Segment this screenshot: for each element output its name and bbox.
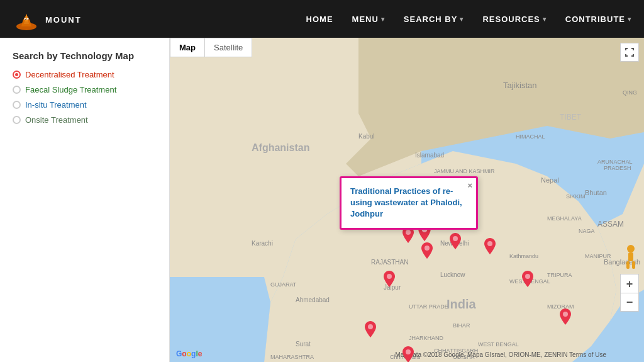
svg-text:Lucknow: Lucknow [440, 271, 465, 278]
filter-onsite[interactable]: Onsite Treatment [13, 115, 157, 125]
fullscreen-icon [625, 47, 635, 57]
svg-text:Karachi: Karachi [252, 240, 273, 247]
svg-text:GUJARAT: GUJARAT [270, 281, 297, 288]
svg-text:Kathmandu: Kathmandu [509, 253, 538, 259]
map-pin-gujarat[interactable] [384, 271, 395, 287]
logo-area[interactable]: MOUNT [13, 5, 82, 33]
popup-title: Traditional Practices of re-using wastew… [350, 186, 467, 220]
svg-text:Nepal: Nepal [541, 176, 559, 184]
tab-satellite[interactable]: Satellite [204, 38, 252, 57]
svg-text:WEST BENGAL: WEST BENGAL [478, 341, 519, 348]
filter-insitu[interactable]: In-situ Treatment [13, 100, 157, 110]
header: MOUNT HOME MENU ▾ SEARCH BY ▾ RESOURCES … [0, 0, 644, 38]
svg-point-50 [387, 274, 392, 279]
filter-decentralised[interactable]: Decentralised Treatment [13, 70, 157, 79]
logo-icon [13, 5, 40, 33]
nav-home[interactable]: HOME [306, 14, 333, 24]
pegman-icon[interactable] [623, 244, 638, 274]
svg-rect-57 [628, 252, 633, 261]
main-nav: HOME MENU ▾ SEARCH BY ▾ RESOURCES ▾ CONT… [306, 14, 631, 24]
svg-point-4 [25, 19, 26, 20]
svg-text:ASSAM: ASSAM [597, 220, 624, 229]
map-pin-bengal[interactable] [522, 271, 533, 287]
svg-text:Bhutan: Bhutan [585, 189, 607, 196]
svg-point-53 [563, 312, 568, 317]
filter-label-onsite: Onsite Treatment [25, 115, 88, 125]
map-container[interactable]: Afghanistan India Tajikistan Nepal Bhuta… [170, 38, 644, 362]
svg-point-49 [487, 241, 492, 246]
filter-label-insitu: In-situ Treatment [25, 100, 87, 110]
svg-text:Kabul: Kabul [358, 133, 375, 140]
svg-text:HIMACHAL: HIMACHAL [516, 133, 545, 140]
svg-point-47 [453, 236, 458, 241]
filter-faecal[interactable]: Faecal Sludge Treatment [13, 85, 157, 94]
svg-point-3 [27, 18, 29, 20]
svg-point-51 [525, 274, 530, 279]
map-controls: + − [620, 274, 639, 312]
svg-text:QING: QING [623, 89, 637, 96]
svg-point-54 [406, 349, 411, 354]
menu-chevron-icon: ▾ [381, 16, 385, 23]
svg-text:TRIPURA: TRIPURA [547, 272, 572, 278]
zoom-in-button[interactable]: + [620, 274, 639, 293]
map-popup: × Traditional Practices of re-using wast… [340, 176, 478, 230]
svg-point-5 [28, 19, 28, 20]
svg-rect-59 [632, 261, 635, 269]
svg-text:Islamabad: Islamabad [415, 152, 444, 159]
svg-point-46 [406, 230, 411, 235]
svg-text:Ahmedabad: Ahmedabad [296, 297, 330, 303]
svg-point-56 [627, 245, 635, 252]
svg-text:UTTAR PRADE: UTTAR PRADE [409, 303, 448, 310]
svg-text:Afghanistan: Afghanistan [252, 142, 309, 153]
svg-text:India: India [447, 297, 477, 311]
popup-close-button[interactable]: × [467, 181, 472, 190]
svg-text:Surat: Surat [296, 341, 311, 348]
filter-label-faecal: Faecal Sludge Treatment [25, 85, 116, 94]
map-pin-south[interactable] [402, 346, 414, 362]
sidebar: Search by Technology Map Decentralised T… [0, 38, 170, 362]
tab-map[interactable]: Map [170, 38, 204, 57]
zoom-out-button[interactable]: − [620, 293, 639, 312]
radio-decentralised[interactable] [13, 71, 21, 79]
svg-text:MEGHALAYA: MEGHALAYA [547, 215, 582, 222]
svg-rect-58 [626, 261, 630, 269]
map-pin-rajasthan[interactable] [421, 242, 433, 259]
svg-text:MAHARASHTRA: MAHARASHTRA [270, 354, 314, 360]
svg-text:NAGA: NAGA [579, 228, 595, 234]
logo-text: MOUNT [45, 15, 82, 25]
nav-search-by[interactable]: SEARCH BY ▾ [404, 14, 464, 24]
main-container: Search by Technology Map Decentralised T… [0, 38, 644, 362]
svg-point-2 [25, 18, 26, 20]
radio-insitu[interactable] [13, 101, 21, 109]
svg-text:BIHAR: BIHAR [453, 322, 470, 329]
map-tabs: Map Satellite [170, 38, 252, 57]
nav-menu[interactable]: MENU ▾ [352, 14, 385, 24]
svg-text:JHARKHAND: JHARKHAND [409, 335, 444, 341]
sidebar-title: Search by Technology Map [13, 50, 157, 61]
svg-text:ARUNACHAL: ARUNACHAL [597, 159, 633, 165]
filter-label-decentralised: Decentralised Treatment [25, 70, 114, 79]
map-pin-delhi[interactable] [450, 233, 461, 249]
contribute-chevron-icon: ▾ [628, 16, 631, 23]
resources-chevron-icon: ▾ [543, 16, 547, 23]
svg-text:MANIPUR: MANIPUR [585, 253, 611, 259]
map-pin-odisha[interactable] [560, 308, 571, 325]
radio-onsite[interactable] [13, 116, 21, 124]
svg-text:TIBET: TIBET [560, 113, 582, 122]
nav-resources[interactable]: RESOURCES ▾ [482, 14, 546, 24]
svg-text:PRADESH: PRADESH [604, 165, 631, 171]
google-watermark: Google [176, 349, 202, 358]
svg-text:SIKKIM: SIKKIM [566, 193, 586, 200]
nav-contribute[interactable]: CONTRIBUTE ▾ [565, 14, 631, 24]
svg-point-48 [425, 246, 430, 251]
search-by-chevron-icon: ▾ [460, 16, 464, 23]
svg-text:JAMMU AND KASHMIR: JAMMU AND KASHMIR [434, 168, 495, 174]
radio-faecal[interactable] [13, 86, 21, 94]
map-attribution: Map data ©2018 Google, Mapa GIsrael, ORI… [395, 351, 606, 358]
map-pin-maharashtra[interactable] [365, 321, 376, 337]
svg-point-52 [368, 324, 373, 329]
svg-text:Tajikistan: Tajikistan [503, 81, 536, 90]
fullscreen-button[interactable] [620, 43, 639, 62]
map-pin-east[interactable] [484, 238, 496, 254]
svg-text:RAJASTHAN: RAJASTHAN [371, 259, 408, 266]
